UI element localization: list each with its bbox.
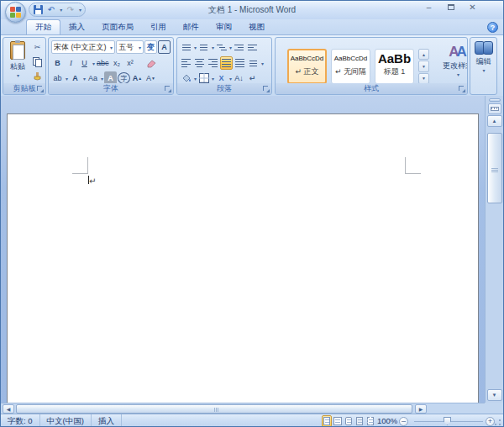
increase-indent-button[interactable] bbox=[246, 40, 259, 54]
styles-dialog-launcher[interactable] bbox=[459, 86, 465, 92]
web-layout-view-button[interactable] bbox=[344, 415, 354, 427]
group-label-paragraph: 段落 bbox=[177, 83, 271, 94]
restore-button[interactable] bbox=[444, 3, 458, 13]
margin-crop-mark-top-right bbox=[405, 157, 421, 174]
bold-button[interactable]: B bbox=[51, 56, 64, 70]
tab-references[interactable]: 引用 bbox=[142, 19, 175, 34]
document-page[interactable]: ↵ bbox=[7, 113, 479, 403]
tab-mailings[interactable]: 邮件 bbox=[175, 19, 207, 34]
clear-formatting-button[interactable] bbox=[144, 56, 157, 70]
word-count[interactable]: 字数: 0 bbox=[1, 414, 40, 427]
highlight-dropdown-icon[interactable]: ▾ bbox=[66, 76, 68, 82]
paste-dropdown-icon[interactable]: ▾ bbox=[8, 72, 29, 78]
distribute-button[interactable] bbox=[234, 56, 246, 70]
zoom-level[interactable]: 100% bbox=[377, 416, 397, 425]
close-button[interactable]: ✕ bbox=[465, 3, 480, 13]
tab-page-layout[interactable]: 页面布局 bbox=[93, 19, 142, 34]
align-left-button[interactable] bbox=[180, 56, 192, 70]
vertical-scroll-thumb[interactable] bbox=[487, 133, 502, 203]
clipboard-dialog-launcher[interactable] bbox=[37, 86, 44, 92]
underline-dropdown-icon[interactable]: ▾ bbox=[92, 61, 95, 66]
paragraph-dialog-launcher[interactable] bbox=[263, 86, 270, 92]
format-painter-button[interactable] bbox=[31, 71, 44, 84]
group-editing[interactable]: 编辑 ▾ bbox=[470, 37, 497, 95]
tab-insert[interactable]: 插入 bbox=[60, 19, 93, 34]
office-button[interactable] bbox=[5, 2, 26, 23]
borders-dropdown-icon[interactable]: ▾ bbox=[212, 76, 214, 82]
tab-home[interactable]: 开始 bbox=[26, 19, 60, 34]
redo-button[interactable]: ↷ bbox=[65, 4, 76, 15]
margin-crop-mark-top-left bbox=[72, 157, 88, 174]
align-right-button[interactable] bbox=[207, 56, 219, 70]
character-border-button[interactable]: A bbox=[158, 40, 171, 54]
qat-customize-button[interactable]: ▾ bbox=[79, 7, 81, 13]
font-color-dropdown-icon[interactable]: ▾ bbox=[83, 76, 86, 82]
italic-button[interactable]: I bbox=[65, 56, 77, 70]
underline-button[interactable]: U bbox=[78, 56, 91, 70]
styles-scroll-up-button[interactable]: ▲ bbox=[418, 49, 429, 60]
decrease-indent-button[interactable] bbox=[233, 40, 245, 54]
view-ruler-button[interactable] bbox=[488, 103, 501, 114]
multilevel-list-button[interactable] bbox=[215, 40, 228, 54]
increase-indent-icon bbox=[248, 45, 257, 50]
scroll-left-button[interactable]: ◀ bbox=[3, 404, 14, 414]
style-no-spacing[interactable]: AaBbCcDd ↵ 无间隔 bbox=[331, 49, 370, 84]
styles-gallery-more-button[interactable]: ▼ bbox=[418, 73, 429, 84]
minimize-button[interactable]: – bbox=[422, 3, 436, 13]
zoom-out-button[interactable]: – bbox=[399, 417, 408, 426]
enclose-characters-button[interactable]: 字 bbox=[118, 72, 130, 84]
strikethrough-button[interactable]: abc bbox=[96, 56, 110, 70]
tab-view[interactable]: 视图 bbox=[240, 19, 273, 34]
numbering-dropdown-icon[interactable]: ▾ bbox=[212, 45, 214, 50]
line-spacing-button[interactable] bbox=[247, 56, 260, 70]
undo-dropdown-icon[interactable]: ▾ bbox=[60, 7, 62, 13]
font-dialog-launcher[interactable] bbox=[165, 86, 171, 92]
bullets-dropdown-icon[interactable]: ▾ bbox=[194, 45, 197, 50]
tab-review[interactable]: 审阅 bbox=[207, 19, 240, 34]
horizontal-scrollbar[interactable]: ◀ ▶ bbox=[1, 403, 485, 414]
styles-scroll-down-button[interactable]: ▼ bbox=[418, 61, 429, 71]
font-name-dropdown-icon[interactable]: ▾ bbox=[110, 45, 113, 50]
align-center-button[interactable] bbox=[193, 56, 206, 70]
change-styles-icon: AA bbox=[433, 44, 468, 61]
bullets-button[interactable] bbox=[180, 40, 192, 54]
undo-button[interactable]: ↶ bbox=[46, 4, 57, 15]
split-handle[interactable] bbox=[489, 98, 501, 102]
scroll-up-button[interactable]: ▲ bbox=[487, 115, 502, 127]
copy-button[interactable] bbox=[31, 55, 44, 69]
help-button[interactable]: ? bbox=[487, 22, 498, 33]
draft-view-button[interactable] bbox=[365, 415, 375, 427]
change-case-dropdown-icon[interactable]: ▾ bbox=[101, 76, 103, 82]
language-indicator[interactable]: 中文(中国) bbox=[40, 414, 92, 427]
horizontal-scroll-thumb[interactable] bbox=[16, 404, 412, 414]
vertical-scrollbar[interactable]: ▲ ▼ bbox=[485, 96, 503, 403]
outline-view-button[interactable] bbox=[354, 415, 365, 427]
phonetic-guide-button[interactable]: 变 bbox=[144, 40, 157, 54]
align-center-icon bbox=[195, 59, 204, 67]
paste-button[interactable]: 粘贴 ▾ bbox=[7, 40, 29, 84]
scroll-down-button[interactable]: ▼ bbox=[487, 389, 502, 401]
multilevel-dropdown-icon[interactable]: ▾ bbox=[229, 45, 232, 50]
asian-layout-dropdown-icon[interactable]: ▾ bbox=[229, 76, 232, 82]
zoom-slider-thumb[interactable] bbox=[444, 417, 451, 425]
editing-dropdown-icon[interactable]: ▾ bbox=[471, 67, 496, 73]
save-button[interactable] bbox=[33, 4, 44, 15]
print-layout-view-button[interactable] bbox=[322, 415, 332, 427]
font-name-combo[interactable]: 宋体 (中文正文) ▾ bbox=[51, 40, 115, 54]
cut-button[interactable]: ✂ bbox=[31, 40, 44, 54]
fullscreen-reading-view-button[interactable] bbox=[333, 415, 343, 427]
insert-mode-indicator[interactable]: 插入 bbox=[92, 414, 122, 427]
resize-grip[interactable] bbox=[494, 419, 501, 426]
subscript-button[interactable]: x₂ bbox=[111, 56, 123, 70]
style-heading1[interactable]: AaBb 标题 1 bbox=[375, 49, 414, 84]
superscript-button[interactable]: x² bbox=[124, 56, 137, 70]
style-normal[interactable]: AaBbCcDd ↵ 正文 bbox=[287, 49, 327, 84]
line-spacing-dropdown-icon[interactable]: ▾ bbox=[261, 61, 264, 66]
font-size-dropdown-icon[interactable]: ▾ bbox=[139, 45, 141, 50]
change-styles-dropdown-icon[interactable]: ▾ bbox=[434, 71, 468, 77]
font-size-combo[interactable]: 五号 ▾ bbox=[116, 40, 144, 54]
numbering-button[interactable] bbox=[197, 40, 210, 54]
scroll-right-button[interactable]: ▶ bbox=[415, 404, 427, 414]
justify-button[interactable] bbox=[220, 56, 233, 70]
shading-dropdown-icon[interactable]: ▾ bbox=[194, 76, 197, 82]
